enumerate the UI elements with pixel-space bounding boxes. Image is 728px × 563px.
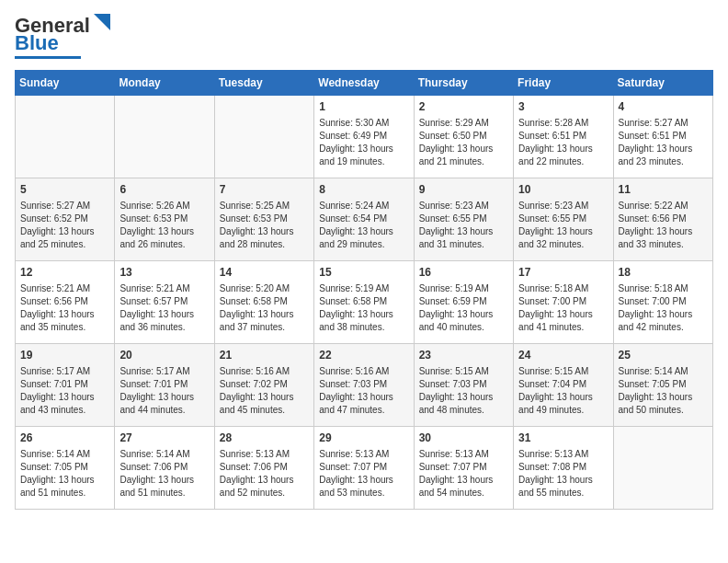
calendar-header: SundayMondayTuesdayWednesdayThursdayFrid… xyxy=(16,71,713,96)
day-number: 11 xyxy=(619,182,708,198)
cell-info: Sunrise: 5:20 AM Sunset: 6:58 PM Dayligh… xyxy=(220,282,309,334)
day-number: 23 xyxy=(419,348,508,363)
calendar-cell: 25Sunrise: 5:14 AM Sunset: 7:05 PM Dayli… xyxy=(613,344,712,427)
calendar-cell: 2Sunrise: 5:29 AM Sunset: 6:50 PM Daylig… xyxy=(414,96,513,178)
day-number: 25 xyxy=(619,348,708,363)
calendar-cell: 16Sunrise: 5:19 AM Sunset: 6:59 PM Dayli… xyxy=(414,261,513,344)
calendar-cell: 9Sunrise: 5:23 AM Sunset: 6:55 PM Daylig… xyxy=(414,178,513,261)
weekday-wednesday: Wednesday xyxy=(314,71,414,96)
cell-info: Sunrise: 5:14 AM Sunset: 7:05 PM Dayligh… xyxy=(619,365,708,417)
day-number: 6 xyxy=(119,182,209,198)
day-number: 20 xyxy=(119,348,209,363)
cell-info: Sunrise: 5:27 AM Sunset: 6:52 PM Dayligh… xyxy=(20,200,109,251)
calendar-cell: 24Sunrise: 5:15 AM Sunset: 7:04 PM Dayli… xyxy=(514,344,613,427)
cell-info: Sunrise: 5:15 AM Sunset: 7:04 PM Dayligh… xyxy=(518,365,608,417)
cell-info: Sunrise: 5:18 AM Sunset: 7:00 PM Dayligh… xyxy=(619,282,708,334)
calendar-cell: 3Sunrise: 5:28 AM Sunset: 6:51 PM Daylig… xyxy=(514,96,613,178)
logo-arrow-icon xyxy=(94,14,110,30)
logo-underline xyxy=(15,56,81,59)
calendar-cell: 11Sunrise: 5:22 AM Sunset: 6:56 PM Dayli… xyxy=(613,178,712,261)
cell-info: Sunrise: 5:23 AM Sunset: 6:55 PM Dayligh… xyxy=(419,200,508,251)
day-number: 19 xyxy=(20,348,109,363)
weekday-friday: Friday xyxy=(514,71,613,96)
cell-info: Sunrise: 5:25 AM Sunset: 6:53 PM Dayligh… xyxy=(220,200,309,251)
calendar-cell: 10Sunrise: 5:23 AM Sunset: 6:55 PM Dayli… xyxy=(514,178,613,261)
calendar-cell: 5Sunrise: 5:27 AM Sunset: 6:52 PM Daylig… xyxy=(16,178,115,261)
day-number: 9 xyxy=(419,182,508,198)
day-number: 10 xyxy=(518,182,608,198)
cell-info: Sunrise: 5:26 AM Sunset: 6:53 PM Dayligh… xyxy=(119,200,209,251)
cell-info: Sunrise: 5:15 AM Sunset: 7:03 PM Dayligh… xyxy=(419,365,508,417)
calendar-week-3: 12Sunrise: 5:21 AM Sunset: 6:56 PM Dayli… xyxy=(16,261,713,344)
weekday-thursday: Thursday xyxy=(414,71,513,96)
svg-marker-0 xyxy=(94,14,110,30)
calendar-week-5: 26Sunrise: 5:14 AM Sunset: 7:05 PM Dayli… xyxy=(16,427,713,510)
day-number: 17 xyxy=(518,265,608,281)
calendar-cell: 29Sunrise: 5:13 AM Sunset: 7:07 PM Dayli… xyxy=(314,427,414,510)
calendar-cell: 13Sunrise: 5:21 AM Sunset: 6:57 PM Dayli… xyxy=(115,261,214,344)
calendar-cell: 6Sunrise: 5:26 AM Sunset: 6:53 PM Daylig… xyxy=(115,178,214,261)
calendar-cell: 18Sunrise: 5:18 AM Sunset: 7:00 PM Dayli… xyxy=(613,261,712,344)
cell-info: Sunrise: 5:23 AM Sunset: 6:55 PM Dayligh… xyxy=(518,200,608,251)
calendar-cell: 4Sunrise: 5:27 AM Sunset: 6:51 PM Daylig… xyxy=(613,96,712,178)
calendar-cell: 26Sunrise: 5:14 AM Sunset: 7:05 PM Dayli… xyxy=(16,427,115,510)
cell-info: Sunrise: 5:17 AM Sunset: 7:01 PM Dayligh… xyxy=(119,365,209,417)
cell-info: Sunrise: 5:13 AM Sunset: 7:06 PM Dayligh… xyxy=(220,448,309,500)
cell-info: Sunrise: 5:22 AM Sunset: 6:56 PM Dayligh… xyxy=(619,200,708,251)
day-number: 24 xyxy=(518,348,608,363)
calendar-cell: 31Sunrise: 5:13 AM Sunset: 7:08 PM Dayli… xyxy=(514,427,613,510)
weekday-sunday: Sunday xyxy=(16,71,115,96)
cell-info: Sunrise: 5:28 AM Sunset: 6:51 PM Dayligh… xyxy=(518,117,608,168)
day-number: 3 xyxy=(518,99,608,115)
cell-info: Sunrise: 5:27 AM Sunset: 6:51 PM Dayligh… xyxy=(619,117,708,168)
cell-info: Sunrise: 5:21 AM Sunset: 6:57 PM Dayligh… xyxy=(119,282,209,334)
cell-info: Sunrise: 5:18 AM Sunset: 7:00 PM Dayligh… xyxy=(518,282,608,334)
calendar-cell: 23Sunrise: 5:15 AM Sunset: 7:03 PM Dayli… xyxy=(414,344,513,427)
weekday-tuesday: Tuesday xyxy=(214,71,313,96)
day-number: 12 xyxy=(20,265,109,281)
day-number: 2 xyxy=(419,99,508,115)
cell-info: Sunrise: 5:16 AM Sunset: 7:03 PM Dayligh… xyxy=(319,365,408,417)
day-number: 7 xyxy=(220,182,309,198)
day-number: 22 xyxy=(319,348,408,363)
calendar-cell: 27Sunrise: 5:14 AM Sunset: 7:06 PM Dayli… xyxy=(115,427,214,510)
weekday-header-row: SundayMondayTuesdayWednesdayThursdayFrid… xyxy=(16,71,713,96)
day-number: 13 xyxy=(119,265,209,281)
day-number: 16 xyxy=(419,265,508,281)
day-number: 28 xyxy=(220,431,309,446)
calendar-cell: 17Sunrise: 5:18 AM Sunset: 7:00 PM Dayli… xyxy=(514,261,613,344)
day-number: 27 xyxy=(119,431,209,446)
page-header: General Blue xyxy=(15,15,713,59)
day-number: 29 xyxy=(319,431,408,446)
cell-info: Sunrise: 5:21 AM Sunset: 6:56 PM Dayligh… xyxy=(20,282,109,334)
calendar-week-2: 5Sunrise: 5:27 AM Sunset: 6:52 PM Daylig… xyxy=(16,178,713,261)
day-number: 4 xyxy=(619,99,708,115)
cell-info: Sunrise: 5:24 AM Sunset: 6:54 PM Dayligh… xyxy=(319,200,408,251)
calendar-cell xyxy=(115,96,214,178)
calendar-cell: 22Sunrise: 5:16 AM Sunset: 7:03 PM Dayli… xyxy=(314,344,414,427)
cell-info: Sunrise: 5:16 AM Sunset: 7:02 PM Dayligh… xyxy=(220,365,309,417)
calendar-cell: 30Sunrise: 5:13 AM Sunset: 7:07 PM Dayli… xyxy=(414,427,513,510)
cell-info: Sunrise: 5:13 AM Sunset: 7:07 PM Dayligh… xyxy=(319,448,408,500)
calendar-cell: 21Sunrise: 5:16 AM Sunset: 7:02 PM Dayli… xyxy=(214,344,313,427)
cell-info: Sunrise: 5:14 AM Sunset: 7:05 PM Dayligh… xyxy=(20,448,109,500)
cell-info: Sunrise: 5:17 AM Sunset: 7:01 PM Dayligh… xyxy=(20,365,109,417)
day-number: 18 xyxy=(619,265,708,281)
calendar-body: 1Sunrise: 5:30 AM Sunset: 6:49 PM Daylig… xyxy=(16,96,713,510)
calendar-cell: 1Sunrise: 5:30 AM Sunset: 6:49 PM Daylig… xyxy=(314,96,414,178)
calendar-cell: 19Sunrise: 5:17 AM Sunset: 7:01 PM Dayli… xyxy=(16,344,115,427)
day-number: 1 xyxy=(319,99,408,115)
calendar-week-1: 1Sunrise: 5:30 AM Sunset: 6:49 PM Daylig… xyxy=(16,96,713,178)
calendar-cell: 8Sunrise: 5:24 AM Sunset: 6:54 PM Daylig… xyxy=(314,178,414,261)
cell-info: Sunrise: 5:14 AM Sunset: 7:06 PM Dayligh… xyxy=(119,448,209,500)
cell-info: Sunrise: 5:30 AM Sunset: 6:49 PM Dayligh… xyxy=(319,117,408,168)
day-number: 8 xyxy=(319,182,408,198)
calendar-cell: 7Sunrise: 5:25 AM Sunset: 6:53 PM Daylig… xyxy=(214,178,313,261)
cell-info: Sunrise: 5:19 AM Sunset: 6:59 PM Dayligh… xyxy=(419,282,508,334)
calendar-week-4: 19Sunrise: 5:17 AM Sunset: 7:01 PM Dayli… xyxy=(16,344,713,427)
calendar-cell: 12Sunrise: 5:21 AM Sunset: 6:56 PM Dayli… xyxy=(16,261,115,344)
logo-blue: Blue xyxy=(15,31,59,55)
cell-info: Sunrise: 5:13 AM Sunset: 7:08 PM Dayligh… xyxy=(518,448,608,500)
day-number: 14 xyxy=(220,265,309,281)
calendar-cell: 28Sunrise: 5:13 AM Sunset: 7:06 PM Dayli… xyxy=(214,427,313,510)
